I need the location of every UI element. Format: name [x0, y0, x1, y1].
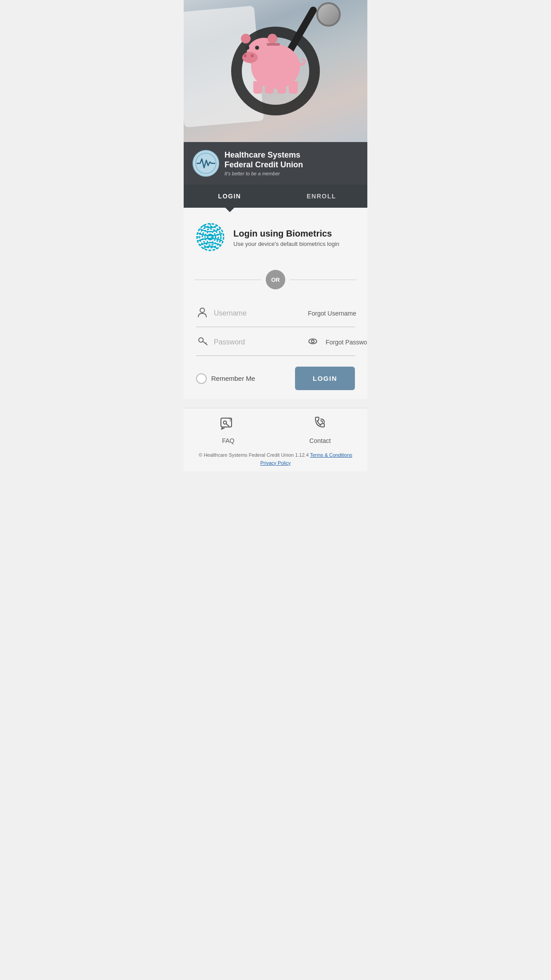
forgot-username-link[interactable]: Forgot Username [308, 310, 356, 317]
hero-image [184, 0, 367, 142]
main-content: Login using Biometrics Use your device's… [184, 208, 367, 399]
user-icon [196, 306, 209, 320]
tab-enroll[interactable]: ENROLL [276, 185, 367, 208]
password-visibility-icon[interactable] [308, 336, 318, 348]
biometrics-title: Login using Biometrics [233, 229, 339, 239]
logo-tagline: It's better to be a member [224, 171, 303, 176]
svg-point-4 [205, 232, 216, 242]
svg-line-10 [203, 341, 207, 345]
logo-icon [193, 150, 219, 177]
action-row: Remember Me LOGIN [194, 367, 357, 390]
bottom-links: ? FAQ Contact [184, 415, 367, 444]
logo-title-line2: Federal Credit Union [224, 160, 303, 169]
biometrics-description: Use your device's default biometrics log… [233, 241, 339, 247]
logo-text: Healthcare Systems Federal Credit Union … [224, 150, 303, 176]
forgot-password-link[interactable]: Forgot Password [326, 339, 367, 346]
remember-me-checkbox[interactable] [196, 373, 207, 384]
remember-me-label: Remember Me [211, 375, 255, 382]
bottom-bar: ? FAQ Contact © Healthcare Systems Fe [184, 408, 367, 471]
footer-copyright: © Healthcare Systems Federal Credit Unio… [199, 452, 309, 458]
svg-line-11 [205, 343, 206, 344]
biometrics-section[interactable]: Login using Biometrics Use your device's… [194, 221, 357, 259]
faq-icon: ? [220, 415, 236, 435]
key-icon [196, 335, 209, 349]
svg-text:?: ? [229, 418, 232, 423]
svg-point-8 [200, 308, 205, 312]
or-divider: OR [194, 270, 357, 289]
svg-line-16 [226, 424, 229, 426]
fingerprint-icon [194, 221, 226, 255]
password-input[interactable] [214, 338, 303, 346]
privacy-link[interactable]: Privacy Policy [260, 460, 291, 466]
remember-me-container[interactable]: Remember Me [196, 373, 255, 384]
password-row: Forgot Password [196, 329, 355, 356]
contact-link[interactable]: Contact [309, 415, 331, 444]
tab-login[interactable]: LOGIN [184, 185, 276, 208]
svg-point-13 [311, 340, 314, 343]
tab-navigation: LOGIN ENROLL [184, 185, 367, 208]
username-input[interactable] [214, 309, 303, 317]
footer-text: © Healthcare Systems Federal Credit Unio… [184, 451, 367, 467]
terms-link[interactable]: Terms & Conditions [310, 452, 352, 458]
username-row: Forgot Username [196, 300, 355, 327]
or-badge: OR [266, 270, 285, 289]
faq-label: FAQ [222, 437, 234, 444]
login-button[interactable]: LOGIN [295, 367, 355, 390]
contact-label: Contact [309, 437, 331, 444]
contact-icon [312, 415, 328, 435]
logo-banner: Healthcare Systems Federal Credit Union … [184, 142, 367, 185]
biometrics-text: Login using Biometrics Use your device's… [233, 229, 339, 247]
logo-title-line1: Healthcare Systems [224, 150, 300, 159]
faq-link[interactable]: ? FAQ [220, 415, 236, 444]
login-form: Forgot Username Forgot Password [194, 300, 357, 356]
